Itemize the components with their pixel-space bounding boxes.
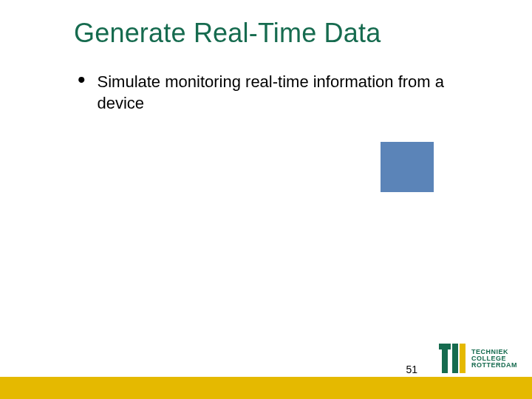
slide-title: Generate Real-Time Data — [74, 18, 381, 49]
logo-mark-icon — [439, 344, 466, 373]
bullet-item: • Simulate monitoring real-time informat… — [78, 71, 477, 114]
footer-bar — [0, 377, 532, 399]
page-number: 51 — [406, 364, 417, 375]
decorative-square — [381, 142, 434, 192]
logo-line3: ROTTERDAM — [471, 362, 517, 369]
logo-text: TECHNIEK COLLEGE ROTTERDAM — [471, 349, 517, 369]
footer-logo: TECHNIEK COLLEGE ROTTERDAM — [434, 341, 522, 375]
bullet-text: Simulate monitoring real-time informatio… — [98, 71, 477, 114]
bullet-dot-icon: • — [78, 72, 86, 87]
slide: Generate Real-Time Data • Simulate monit… — [0, 0, 532, 399]
